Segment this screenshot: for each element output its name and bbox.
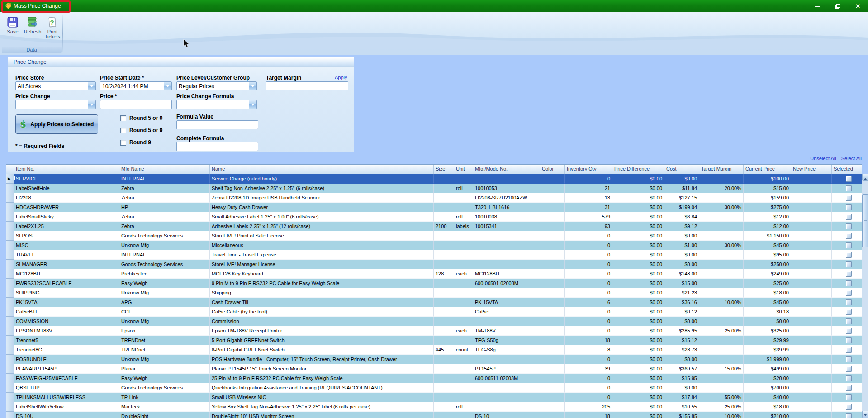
cell-color[interactable]: [540, 336, 565, 345]
cell-selected[interactable]: [832, 374, 862, 383]
cell-name[interactable]: Small Adhesive Label 1.25" x 1.00" (6 ro…: [210, 212, 434, 222]
column-header-mfg-mode-no[interactable]: Mfg./Mode No.: [473, 165, 540, 174]
cell-mfg-mode-no[interactable]: 600-00501-02003M: [473, 279, 540, 288]
cell-selected[interactable]: [832, 402, 862, 412]
row-selected-checkbox[interactable]: [846, 195, 852, 201]
cell-color[interactable]: [540, 269, 565, 279]
cell-mfg-mode-no[interactable]: [473, 241, 540, 250]
round-5-or-9-checkbox[interactable]: [120, 128, 126, 133]
cell-new-price[interactable]: [791, 269, 832, 279]
cell-cost[interactable]: $6.84: [664, 212, 699, 222]
cell-cost[interactable]: $15.00: [664, 279, 699, 288]
cell-unit[interactable]: labels: [454, 222, 473, 231]
cell-target-margin[interactable]: 10.00%: [699, 298, 744, 307]
cell-current-price[interactable]: $20.00: [744, 374, 791, 383]
cell-size[interactable]: [434, 288, 454, 298]
cell-selected[interactable]: [832, 222, 862, 231]
cell-target-margin[interactable]: 55.00%: [699, 393, 744, 402]
cell-mfg-mode-no[interactable]: 600-00511-02003M: [473, 374, 540, 383]
cell-unit[interactable]: [454, 260, 473, 269]
cell-inventory-qty[interactable]: 0: [565, 393, 612, 402]
cell-name[interactable]: Shipping: [210, 288, 434, 298]
column-header-mfg-name[interactable]: Mfg Name: [119, 165, 210, 174]
cell-selected[interactable]: [832, 250, 862, 260]
cell-price-difference[interactable]: $0.00: [612, 374, 664, 383]
cell-current-price[interactable]: $39.99: [744, 345, 791, 355]
row-selected-checkbox[interactable]: [846, 185, 852, 191]
cell-price-difference[interactable]: $0.00: [612, 212, 664, 222]
cell-target-margin[interactable]: [699, 260, 744, 269]
cell-current-price[interactable]: $210.00: [744, 412, 791, 418]
cell-mfg-mode-no[interactable]: PT1545P: [473, 364, 540, 374]
cell-size[interactable]: [434, 317, 454, 326]
table-row[interactable]: DS-10UDoubleSightDoubleSight 10" USB Mon…: [6, 412, 862, 418]
table-row[interactable]: MISCUnknow MfgMiscellaneous0$0.00$1.0030…: [6, 241, 862, 250]
cell-mfg-mode-no[interactable]: MCI128BU: [473, 269, 540, 279]
table-row[interactable]: PK15VTAAPGCash Drawer TillPK-15VTA6$0.00…: [6, 298, 862, 307]
cell-selected[interactable]: [832, 393, 862, 402]
cell-unit[interactable]: [454, 250, 473, 260]
cell-price-difference[interactable]: $0.00: [612, 184, 664, 193]
cell-inventory-qty[interactable]: 0: [565, 279, 612, 288]
row-selector[interactable]: [6, 412, 14, 418]
cell-color[interactable]: [540, 345, 565, 355]
cell-color[interactable]: [540, 355, 565, 364]
cell-color[interactable]: [540, 402, 565, 412]
round-9-checkbox[interactable]: [120, 140, 126, 146]
grid-vertical-scrollbar[interactable]: [862, 174, 868, 418]
row-selector[interactable]: ▶: [6, 174, 14, 184]
table-row[interactable]: Cat5eBTFCCICat5e Cable (by the foot)Cat5…: [6, 307, 862, 317]
minimize-button[interactable]: [807, 0, 827, 12]
cell-unit[interactable]: [454, 203, 473, 212]
cell-selected[interactable]: [832, 355, 862, 364]
table-row[interactable]: LabelSmallStickyZebraSmall Adhesive Labe…: [6, 212, 862, 222]
cell-item-no[interactable]: LabelSmallSticky: [14, 212, 119, 222]
cell-current-price[interactable]: $18.00: [744, 402, 791, 412]
cell-new-price[interactable]: [791, 393, 832, 402]
cell-size[interactable]: [434, 212, 454, 222]
apply-prices-to-selected-button[interactable]: $ Apply Prices to Selected: [15, 114, 98, 134]
cell-inventory-qty[interactable]: 0: [565, 355, 612, 364]
row-selected-checkbox[interactable]: [846, 404, 852, 410]
row-selected-checkbox[interactable]: [846, 280, 852, 286]
column-header-inventory-qty[interactable]: Inventory Qty: [565, 165, 612, 174]
cell-item-no[interactable]: MISC: [14, 241, 119, 250]
cell-cost[interactable]: $0.00: [664, 174, 699, 184]
cell-selected[interactable]: [832, 279, 862, 288]
column-header-size[interactable]: Size: [434, 165, 454, 174]
print-tickets-button[interactable]: ? Print Tickets: [43, 14, 62, 39]
cell-size[interactable]: [434, 412, 454, 418]
cell-color[interactable]: [540, 279, 565, 288]
cell-name[interactable]: Adhesive Labels 2.25" x 1.25" (12 rolls/…: [210, 222, 434, 231]
row-selector[interactable]: [6, 326, 14, 336]
price-start-date-select[interactable]: 10/2/2024 1:44 PM: [100, 81, 172, 90]
row-selector[interactable]: [6, 260, 14, 269]
cell-mfg-name[interactable]: MarTeck: [119, 402, 210, 412]
price-store-select[interactable]: All Stores: [15, 81, 96, 90]
cell-mfg-mode-no[interactable]: 10010053: [473, 184, 540, 193]
table-row[interactable]: PLANARPT1545PPlanarPlanar PT1545P 15" To…: [6, 364, 862, 374]
column-header-price-difference[interactable]: Price Difference: [612, 165, 664, 174]
cell-target-margin[interactable]: [699, 336, 744, 345]
cell-unit[interactable]: [454, 412, 473, 418]
cell-selected[interactable]: [832, 184, 862, 193]
cell-new-price[interactable]: [791, 260, 832, 269]
cell-mfg-mode-no[interactable]: LI2208-SR7U2100AZW: [473, 193, 540, 203]
cell-item-no[interactable]: SLPOS: [14, 231, 119, 241]
cell-inventory-qty[interactable]: 18: [565, 336, 612, 345]
cell-color[interactable]: [540, 307, 565, 317]
cell-target-margin[interactable]: 10.00%: [699, 412, 744, 418]
cell-target-margin[interactable]: 25.00%: [699, 326, 744, 336]
cell-inventory-qty[interactable]: 0: [565, 374, 612, 383]
cell-target-margin[interactable]: [699, 279, 744, 288]
cell-color[interactable]: [540, 393, 565, 402]
row-selected-checkbox[interactable]: [846, 252, 852, 258]
row-selector[interactable]: [6, 393, 14, 402]
cell-mfg-name[interactable]: Zebra: [119, 193, 210, 203]
cell-color[interactable]: [540, 326, 565, 336]
cell-target-margin[interactable]: [699, 212, 744, 222]
table-row[interactable]: SLPOSGoods Technology ServicesStoreLIVE!…: [6, 231, 862, 241]
unselect-all-link[interactable]: Unselect All: [810, 156, 836, 161]
cell-new-price[interactable]: [791, 250, 832, 260]
cell-mfg-name[interactable]: DoubleSight: [119, 412, 210, 418]
